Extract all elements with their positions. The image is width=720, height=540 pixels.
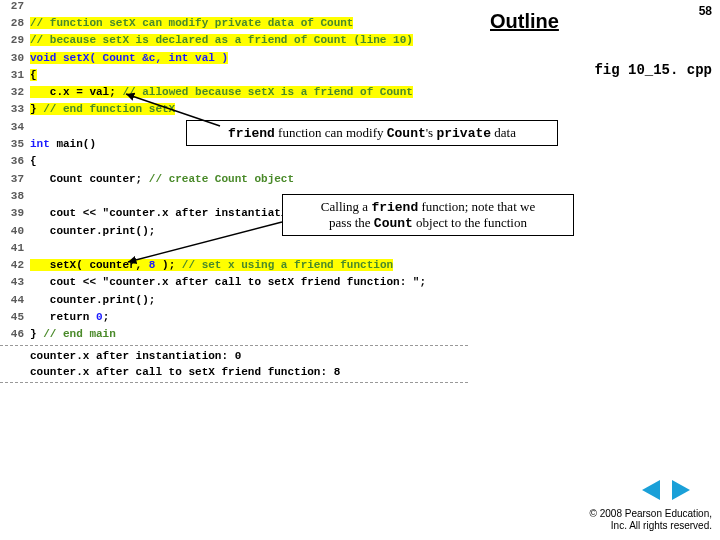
code-text: counter.print(); — [30, 225, 155, 237]
line-number: 31 — [0, 69, 24, 81]
line-number: 36 — [0, 155, 24, 167]
line-number: 35 — [0, 138, 24, 150]
code-row: 37 Count counter; // create Count object — [0, 170, 468, 187]
line-number: 37 — [0, 173, 24, 185]
code-text: cout << "counter.x after call to setX fr… — [30, 276, 426, 288]
code-row: 27 — [0, 0, 468, 14]
line-number: 34 — [0, 121, 24, 133]
code-text: setX( counter, 8 ); // set x using a fri… — [30, 259, 393, 271]
code-text: } // end function setX — [30, 103, 175, 115]
code-row: 44 counter.print(); — [0, 291, 468, 308]
outline-heading: Outline — [490, 10, 559, 33]
line-number: 38 — [0, 190, 24, 202]
line-number: 42 — [0, 259, 24, 271]
line-number: 41 — [0, 242, 24, 254]
figure-label: fig 10_15. cpp — [594, 62, 712, 78]
line-number: 32 — [0, 86, 24, 98]
program-output: counter.x after call to setX friend func… — [30, 364, 468, 380]
code-text: counter.print(); — [30, 294, 155, 306]
code-row: 41 — [0, 239, 468, 256]
line-number: 27 — [0, 0, 24, 12]
code-row: 31{ — [0, 66, 468, 83]
code-row: 43 cout << "counter.x after call to setX… — [0, 274, 468, 291]
code-text: { — [30, 155, 37, 167]
program-output: counter.x after instantiation: 0 — [30, 348, 468, 364]
code-text: } // end main — [30, 328, 116, 340]
code-row: 42 setX( counter, 8 ); // set x using a … — [0, 256, 468, 273]
line-number: 28 — [0, 17, 24, 29]
line-number: 30 — [0, 52, 24, 64]
slide: 58 Outline fig 10_15. cpp 2728// functio… — [0, 0, 720, 540]
code-row: 45 return 0; — [0, 308, 468, 325]
code-row: 46} // end main — [0, 326, 468, 343]
prev-button[interactable] — [642, 480, 666, 500]
line-number: 44 — [0, 294, 24, 306]
line-number: 40 — [0, 225, 24, 237]
code-row: 36{ — [0, 153, 468, 170]
line-number: 33 — [0, 103, 24, 115]
code-row: 30void setX( Count &c, int val ) — [0, 49, 468, 66]
code-listing: 2728// function setX can modify private … — [0, 0, 468, 385]
code-row: 28// function setX can modify private da… — [0, 14, 468, 31]
line-number: 29 — [0, 34, 24, 46]
code-row: 32 c.x = val; // allowed because setX is… — [0, 83, 468, 100]
line-number: 43 — [0, 276, 24, 288]
code-text: return 0; — [30, 311, 109, 323]
code-text: // function setX can modify private data… — [30, 17, 353, 29]
line-number: 39 — [0, 207, 24, 219]
code-row: 29// because setX is declared as a frien… — [0, 32, 468, 49]
code-text: void setX( Count &c, int val ) — [30, 52, 228, 64]
code-text: { — [30, 69, 37, 81]
slide-number: 58 — [699, 4, 712, 18]
code-text: // because setX is declared as a friend … — [30, 34, 413, 46]
code-text: c.x = val; // allowed because setX is a … — [30, 86, 413, 98]
code-row: 33} // end function setX — [0, 101, 468, 118]
line-number: 46 — [0, 328, 24, 340]
triangle-right-icon — [672, 480, 690, 500]
copyright: © 2008 Pearson Education, Inc. All right… — [590, 508, 712, 532]
code-text: Count counter; // create Count object — [30, 173, 294, 185]
callout-friend-modify: friend function can modify Count's priva… — [186, 120, 558, 146]
triangle-left-icon — [642, 480, 660, 500]
line-number: 45 — [0, 311, 24, 323]
code-text: int main() — [30, 138, 96, 150]
next-button[interactable] — [672, 480, 696, 500]
callout-calling-friend: Calling a friend function; note that we … — [282, 194, 574, 236]
